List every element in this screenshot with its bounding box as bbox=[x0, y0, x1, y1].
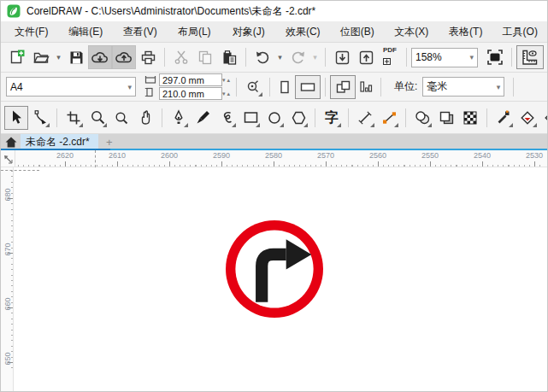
import-button[interactable] bbox=[330, 45, 354, 69]
artistic-media-tool[interactable] bbox=[191, 106, 215, 130]
ruler-origin-icon bbox=[3, 155, 13, 164]
new-document-button[interactable] bbox=[5, 45, 29, 69]
save-button[interactable] bbox=[64, 45, 88, 69]
separator bbox=[348, 108, 349, 127]
pan-tool[interactable] bbox=[133, 106, 157, 130]
menu-bar: 文件(F) 编辑(E) 查看(V) 布局(L) 对象(J) 效果(C) 位图(B… bbox=[1, 21, 547, 43]
vertical-ruler[interactable]: 680 670 660 650 bbox=[1, 167, 14, 392]
current-page-layout-button[interactable] bbox=[356, 75, 376, 99]
menu-table[interactable]: 表格(T) bbox=[439, 25, 493, 39]
rectangle-icon bbox=[244, 111, 258, 124]
interactive-fill-tool[interactable] bbox=[516, 106, 539, 130]
ruler-label: 2550 bbox=[421, 151, 439, 160]
ruler-label: 660 bbox=[3, 298, 12, 311]
drop-shadow-tool[interactable] bbox=[410, 106, 434, 130]
zoom-one-shot-tool[interactable] bbox=[109, 106, 133, 130]
pen-tool[interactable] bbox=[167, 106, 191, 130]
zoom-level-combo[interactable]: 158% ▾ bbox=[411, 48, 478, 67]
zoom-tool[interactable] bbox=[85, 106, 109, 130]
rectangle-tool[interactable] bbox=[239, 106, 262, 130]
all-pages-layout-button[interactable] bbox=[330, 75, 356, 99]
show-rulers-button[interactable] bbox=[516, 45, 544, 69]
menu-file[interactable]: 文件(F) bbox=[4, 25, 59, 39]
ruler-origin-corner[interactable] bbox=[1, 150, 15, 167]
smart-fill-tool[interactable] bbox=[539, 106, 548, 130]
cloud-upload-icon bbox=[115, 50, 133, 64]
separator bbox=[269, 78, 270, 97]
spinner-arrows-icon[interactable]: ▾▴ bbox=[222, 91, 232, 97]
page-dimensions: 297.0 mm ▾▴ 210.0 mm ▾▴ bbox=[144, 73, 232, 100]
export-button[interactable] bbox=[354, 45, 378, 69]
save-floppy-icon bbox=[69, 50, 84, 65]
page-width-input[interactable]: 297.0 mm bbox=[159, 73, 222, 86]
text-tool[interactable]: 字 bbox=[320, 106, 344, 130]
portrait-orientation-button[interactable] bbox=[274, 75, 295, 99]
pattern-fill-tool[interactable] bbox=[458, 106, 482, 130]
transparency-tool[interactable] bbox=[434, 106, 458, 130]
menu-tools[interactable]: 工具(O) bbox=[493, 25, 548, 39]
menu-bitmaps[interactable]: 位图(B) bbox=[330, 25, 385, 39]
cloud-upload-button[interactable] bbox=[112, 45, 136, 69]
transparency-squares-icon bbox=[439, 111, 454, 125]
dimension-tool[interactable] bbox=[353, 106, 377, 130]
separator bbox=[380, 78, 381, 97]
pick-tool[interactable] bbox=[4, 106, 28, 130]
landscape-orientation-button[interactable] bbox=[295, 75, 321, 99]
units-value: 毫米 bbox=[427, 79, 447, 94]
units-combo[interactable]: 毫米 ▾ bbox=[422, 77, 504, 97]
undo-button[interactable] bbox=[250, 45, 274, 69]
drawing-canvas[interactable] bbox=[14, 167, 547, 392]
ruler-label: 2590 bbox=[213, 151, 230, 160]
page-bars-icon bbox=[360, 80, 372, 94]
separator bbox=[406, 48, 407, 67]
corel-draw-window: CorelDRAW - C:\Users\Administrator\Docum… bbox=[0, 0, 548, 392]
separator bbox=[56, 108, 57, 127]
horizontal-ruler[interactable]: 2620 2610 2600 2590 2580 2570 2560 2550 … bbox=[1, 150, 547, 167]
menu-edit[interactable]: 编辑(E) bbox=[59, 25, 114, 39]
ellipse-tool[interactable] bbox=[262, 106, 286, 130]
property-bar: A4 ▾ 297.0 mm ▾▴ 210.0 mm bbox=[1, 73, 547, 102]
paste-button[interactable] bbox=[217, 45, 241, 69]
checkerboard-icon bbox=[463, 111, 477, 125]
dropdown-arrow-icon: ▾ bbox=[54, 53, 64, 61]
print-button[interactable] bbox=[136, 45, 160, 69]
freehand-tool[interactable] bbox=[215, 106, 239, 130]
menu-layout[interactable]: 布局(L) bbox=[168, 25, 222, 39]
connector-tool[interactable] bbox=[377, 106, 401, 130]
pdf-box-icon bbox=[383, 58, 391, 65]
menu-view[interactable]: 查看(V) bbox=[113, 25, 168, 39]
undo-icon bbox=[256, 50, 270, 64]
polygon-tool[interactable] bbox=[286, 106, 310, 130]
page-size-from-selection-button[interactable] bbox=[241, 75, 265, 99]
publish-pdf-button[interactable]: PDF bbox=[378, 45, 402, 69]
turn-right-traffic-sign[interactable] bbox=[226, 220, 323, 318]
separator bbox=[325, 48, 326, 67]
open-dropdown[interactable]: ▾ bbox=[53, 45, 64, 69]
menu-text[interactable]: 文本(X) bbox=[385, 25, 439, 39]
page-height-input[interactable]: 210.0 mm bbox=[159, 87, 222, 100]
page-size-combo[interactable]: A4 ▾ bbox=[6, 77, 136, 97]
coreldraw-logo-icon bbox=[7, 4, 21, 18]
menu-effects[interactable]: 效果(C) bbox=[276, 25, 331, 39]
ruler-label: 680 bbox=[3, 189, 12, 202]
page-height-icon bbox=[144, 87, 156, 97]
dimension-line-icon bbox=[358, 111, 372, 125]
ruler-label: 670 bbox=[3, 243, 12, 256]
cloud-download-button[interactable] bbox=[88, 45, 112, 69]
ruler-label: 2530 bbox=[526, 151, 543, 160]
ruler-label: 2560 bbox=[369, 151, 386, 160]
shape-tool[interactable] bbox=[28, 106, 52, 130]
crop-tool[interactable] bbox=[62, 106, 85, 130]
export-icon bbox=[359, 50, 374, 65]
menu-object[interactable]: 对象(J) bbox=[221, 25, 276, 39]
fullscreen-preview-button[interactable] bbox=[483, 45, 507, 69]
undo-dropdown[interactable]: ▾ bbox=[274, 45, 286, 69]
units-label: 单位: bbox=[394, 79, 417, 94]
spinner-arrows-icon[interactable]: ▾▴ bbox=[222, 77, 232, 84]
eyedropper-tool[interactable] bbox=[492, 106, 516, 130]
workspace: 680 670 660 650 bbox=[1, 167, 547, 392]
dropdown-arrow-icon: ▾ bbox=[469, 53, 474, 61]
open-button[interactable] bbox=[29, 45, 53, 69]
smart-fill-diamond-icon bbox=[544, 110, 548, 126]
overlapping-pages-icon bbox=[336, 80, 351, 94]
